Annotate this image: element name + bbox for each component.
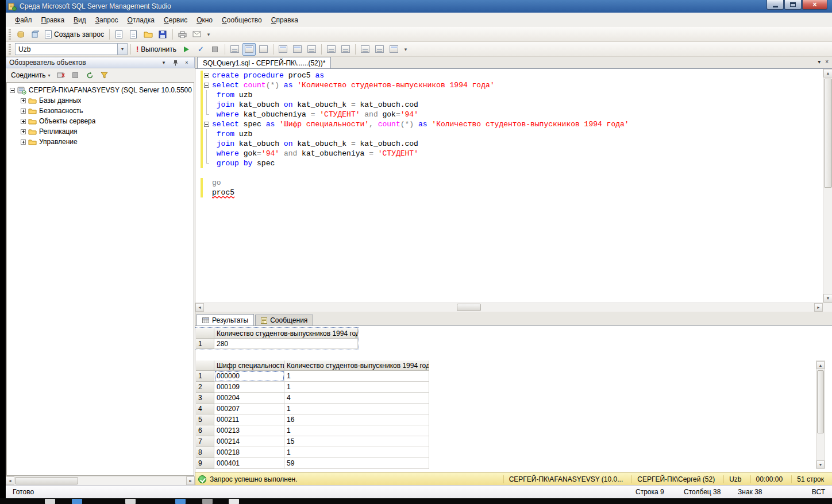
collapse-icon[interactable] xyxy=(204,122,209,127)
grid-cell[interactable]: 16 xyxy=(284,414,429,425)
tab-messages[interactable]: Сообщения xyxy=(255,315,313,325)
code-line[interactable] xyxy=(195,168,822,178)
grid-column-header[interactable]: Количество студентов-выпускников 1994 го… xyxy=(214,328,358,339)
grid-cell[interactable]: 1 xyxy=(284,447,429,458)
object-explorer-hscrollbar[interactable]: ◄ ► xyxy=(6,476,195,485)
code-line[interactable]: select spec as 'Шифр специальности', cou… xyxy=(195,119,822,129)
comment-button[interactable] xyxy=(359,43,372,56)
tree-node-folder[interactable]: Объекты сервера xyxy=(7,116,194,126)
menu-item[interactable]: Файл xyxy=(10,14,37,26)
grid-column-header[interactable]: Количество студентов-выпускников 1994 го… xyxy=(284,360,429,371)
code-line[interactable]: join kat_obuch on kat_obuch_k = kat_obuc… xyxy=(195,100,822,110)
code-line[interactable]: select count(*) as 'Количество студентов… xyxy=(195,80,822,90)
scrollbar-thumb[interactable] xyxy=(457,304,481,311)
grid-cell[interactable]: 000401 xyxy=(214,458,284,469)
tree-node-folder[interactable]: Безопасность xyxy=(7,106,194,116)
editor-hscrollbar[interactable]: ◄ ► xyxy=(195,303,832,312)
grid-cell[interactable]: 000211 xyxy=(214,414,284,425)
code-line[interactable]: go xyxy=(195,178,822,188)
scroll-left-button[interactable]: ◄ xyxy=(6,476,14,485)
grid-cell[interactable]: 15 xyxy=(284,436,429,447)
indent-button[interactable] xyxy=(339,43,352,56)
tab-results[interactable]: Результаты xyxy=(197,314,254,325)
menu-item[interactable]: Правка xyxy=(37,14,70,26)
intellisense-button[interactable] xyxy=(387,43,400,56)
expand-icon[interactable] xyxy=(21,139,26,145)
object-explorer-tree[interactable]: СЕРГЕЙ-ПК\AFANASYEVSY (SQL Server 10.0.5… xyxy=(6,82,194,476)
code-line[interactable]: where gok='94' and kat_obucheniya = 'СТУ… xyxy=(195,149,822,158)
filter-button[interactable] xyxy=(98,69,111,82)
grid-row-number[interactable]: 3 xyxy=(196,393,214,404)
menu-item[interactable]: Запрос xyxy=(91,14,123,26)
toolbar-overflow-button[interactable]: ▾ xyxy=(205,28,213,41)
grid-cell[interactable]: 4 xyxy=(284,393,429,404)
mail-button[interactable] xyxy=(190,28,203,41)
toolbar-grip[interactable] xyxy=(9,44,11,55)
grid-row-number[interactable]: 1 xyxy=(196,371,214,382)
scroll-left-button[interactable]: ◄ xyxy=(195,303,204,312)
taskbar-button[interactable] xyxy=(72,499,82,504)
results-to-grid-button[interactable] xyxy=(242,43,256,56)
scroll-down-button[interactable]: ▼ xyxy=(816,460,825,468)
sql-code-editor[interactable]: create procedure proc5 asselect count(*)… xyxy=(195,69,832,303)
grid-cell[interactable]: 59 xyxy=(284,458,429,469)
code-line[interactable]: join kat_obuch on kat_obuch_k = kat_obuc… xyxy=(195,139,822,149)
active-files-button[interactable]: ▾ xyxy=(818,59,821,65)
grid-cell[interactable]: 1 xyxy=(284,371,429,382)
menu-item[interactable]: Справка xyxy=(267,14,303,26)
expand-icon[interactable] xyxy=(21,98,26,103)
cancel-query-button[interactable] xyxy=(209,43,222,56)
save-button[interactable] xyxy=(156,28,170,41)
actual-plan-button[interactable] xyxy=(291,43,304,56)
grid-row-number[interactable]: 1 xyxy=(196,339,214,349)
stop-button[interactable] xyxy=(69,69,82,82)
taskbar-button[interactable] xyxy=(45,499,55,504)
grid-row-number[interactable]: 4 xyxy=(196,404,214,414)
scroll-right-button[interactable]: ► xyxy=(814,303,823,312)
grid-row-number[interactable]: 2 xyxy=(196,382,214,393)
code-line[interactable]: proc5 xyxy=(195,188,822,197)
uncomment-button[interactable] xyxy=(373,43,386,56)
parse-button[interactable]: ✓ xyxy=(194,43,207,56)
grid-cell[interactable]: 000207 xyxy=(214,404,284,414)
new-file-button[interactable] xyxy=(113,28,126,41)
results-to-file-button[interactable] xyxy=(257,43,270,56)
code-line[interactable]: from uzb xyxy=(195,90,822,100)
estimated-plan-button[interactable] xyxy=(276,43,290,56)
minimize-button[interactable] xyxy=(766,0,784,10)
debug-button[interactable] xyxy=(180,43,193,56)
menu-item[interactable]: Сервис xyxy=(159,14,192,26)
scroll-right-button[interactable]: ► xyxy=(186,476,195,485)
execute-button[interactable]: ! Выполнить xyxy=(134,43,179,56)
chevron-down-icon[interactable]: ▾ xyxy=(117,44,127,55)
expand-icon[interactable] xyxy=(21,119,26,124)
tree-node-folder[interactable]: Базы данных xyxy=(7,95,194,106)
scroll-up-button[interactable]: ▲ xyxy=(816,361,825,369)
scrollbar-thumb[interactable] xyxy=(817,370,824,433)
grid-cell[interactable]: 000109 xyxy=(214,382,284,393)
print-button[interactable] xyxy=(176,28,189,41)
client-statistics-button[interactable] xyxy=(305,43,318,56)
grid-cell[interactable]: 000213 xyxy=(214,425,284,436)
window-position-button[interactable]: ▾ xyxy=(159,59,168,67)
code-line[interactable]: from uzb xyxy=(195,129,822,139)
open-recent-button[interactable] xyxy=(127,28,140,41)
disconnect-button[interactable] xyxy=(55,69,68,82)
outdent-button[interactable] xyxy=(325,43,338,56)
grid-corner-cell[interactable] xyxy=(196,328,214,339)
expand-icon[interactable] xyxy=(21,108,26,114)
toolbar-grip[interactable] xyxy=(9,29,11,40)
taskbar-button[interactable] xyxy=(202,499,213,504)
code-line[interactable]: group by spec xyxy=(195,158,822,168)
title-bar[interactable]: Среда Microsoft SQL Server Management St… xyxy=(6,0,832,13)
close-button[interactable]: × xyxy=(802,0,827,10)
collapse-icon[interactable] xyxy=(204,73,209,78)
available-databases-combobox[interactable]: Uzb ▾ xyxy=(15,43,128,55)
tree-node-folder[interactable]: Репликация xyxy=(7,126,194,137)
grid-row-number[interactable]: 8 xyxy=(196,447,214,458)
menu-item[interactable]: Вид xyxy=(69,14,91,26)
grid-cell[interactable]: 000218 xyxy=(214,447,284,458)
close-document-button[interactable]: × xyxy=(825,59,829,65)
results-to-text-button[interactable] xyxy=(228,43,241,56)
scroll-down-button[interactable]: ▼ xyxy=(823,294,832,303)
